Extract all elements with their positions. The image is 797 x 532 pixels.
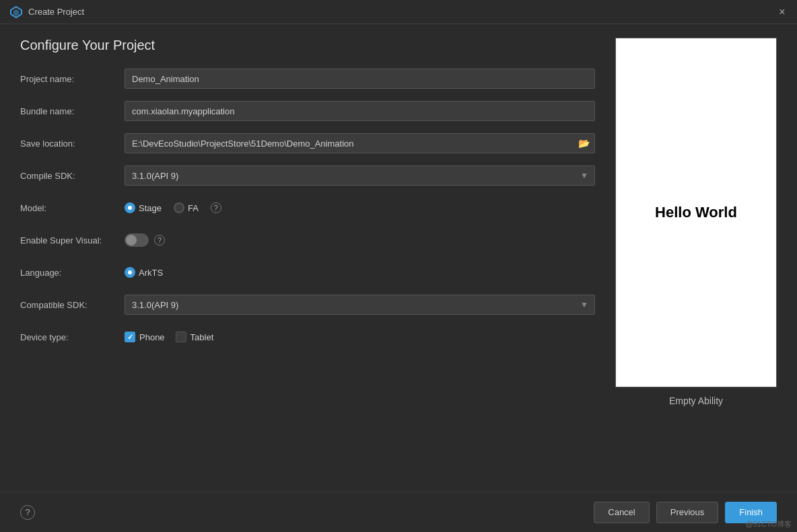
device-tablet-checkbox: [176, 332, 186, 342]
device-type-row: Device type: Phone Tablet: [20, 326, 595, 348]
device-phone-checkbox: [125, 332, 135, 342]
close-button[interactable]: ×: [777, 7, 788, 17]
model-fa-label: FA: [188, 203, 199, 213]
deveco-logo-icon: [9, 5, 23, 19]
super-visual-controls: ?: [125, 233, 165, 247]
super-visual-row: Enable Super Visual: ?: [20, 229, 595, 251]
toggle-knob: [126, 235, 137, 245]
model-fa-radio[interactable]: FA: [174, 202, 199, 213]
title-bar-title: Create Project: [28, 7, 84, 17]
project-name-row: Project name:: [20, 68, 595, 89]
model-row: Model: Stage FA ?: [20, 197, 595, 219]
device-phone-label: Phone: [139, 332, 165, 342]
super-visual-help-icon[interactable]: ?: [154, 235, 165, 245]
model-radio-group: Stage FA ?: [125, 202, 221, 213]
bundle-name-input[interactable]: [125, 101, 595, 121]
super-visual-label: Enable Super Visual:: [20, 235, 125, 245]
compile-sdk-select[interactable]: 3.1.0(API 9) 3.0.0(API 8): [125, 165, 595, 186]
bundle-name-row: Bundle name:: [20, 100, 595, 122]
title-bar-left: Create Project: [9, 5, 84, 19]
preview-section: Hello World Empty Ability: [615, 38, 777, 485]
footer: ? Cancel Previous Finish: [0, 492, 797, 532]
folder-icon[interactable]: 📂: [578, 138, 590, 149]
project-name-input[interactable]: [125, 69, 595, 89]
device-type-label: Device type:: [20, 332, 125, 342]
save-location-wrapper: 📂: [125, 133, 595, 153]
language-label: Language:: [20, 268, 125, 278]
model-label: Model:: [20, 203, 125, 213]
project-name-label: Project name:: [20, 74, 125, 84]
save-location-row: Save location: 📂: [20, 132, 595, 154]
svg-marker-1: [13, 9, 19, 16]
language-radio-group: ArkTS: [125, 267, 163, 278]
footer-help-icon[interactable]: ?: [20, 505, 35, 520]
form-section: Configure Your Project Project name: Bun…: [20, 38, 595, 485]
title-bar: Create Project ×: [0, 0, 797, 24]
preview-label: Empty Ability: [669, 395, 723, 406]
model-stage-radio-circle: [125, 202, 135, 213]
save-location-label: Save location:: [20, 139, 125, 149]
model-stage-radio[interactable]: Stage: [125, 202, 162, 213]
language-row: Language: ArkTS: [20, 262, 595, 283]
save-location-input[interactable]: [125, 133, 595, 153]
super-visual-toggle[interactable]: [125, 233, 149, 247]
footer-left: ?: [20, 505, 35, 520]
model-fa-radio-circle: [174, 202, 184, 213]
previous-button[interactable]: Previous: [656, 502, 719, 523]
compile-sdk-label: Compile SDK:: [20, 171, 125, 181]
preview-frame: Hello World: [615, 38, 777, 387]
compatible-sdk-row: Compatible SDK: 3.1.0(API 9) 3.0.0(API 8…: [20, 294, 595, 315]
main-content: Configure Your Project Project name: Bun…: [0, 24, 797, 492]
device-phone-checkbox-item[interactable]: Phone: [125, 332, 165, 342]
device-type-checkbox-group: Phone Tablet: [125, 332, 213, 342]
compile-sdk-row: Compile SDK: 3.1.0(API 9) 3.0.0(API 8) ▼: [20, 165, 595, 186]
compatible-sdk-wrapper: 3.1.0(API 9) 3.0.0(API 8) ▼: [125, 295, 595, 315]
device-tablet-checkbox-item[interactable]: Tablet: [176, 332, 214, 342]
cancel-button[interactable]: Cancel: [594, 502, 649, 523]
preview-hello-world: Hello World: [655, 204, 737, 221]
bundle-name-label: Bundle name:: [20, 106, 125, 116]
language-arkts-radio[interactable]: ArkTS: [125, 267, 163, 278]
page-title: Configure Your Project: [20, 38, 595, 53]
language-arkts-radio-circle: [125, 267, 135, 278]
watermark: @51CTO博客: [746, 519, 792, 529]
model-stage-label: Stage: [139, 203, 162, 213]
compatible-sdk-select[interactable]: 3.1.0(API 9) 3.0.0(API 8): [125, 295, 595, 315]
device-tablet-label: Tablet: [190, 332, 214, 342]
language-arkts-label: ArkTS: [139, 268, 163, 278]
compatible-sdk-label: Compatible SDK:: [20, 300, 125, 310]
compile-sdk-wrapper: 3.1.0(API 9) 3.0.0(API 8) ▼: [125, 165, 595, 186]
model-help-icon[interactable]: ?: [211, 202, 221, 213]
